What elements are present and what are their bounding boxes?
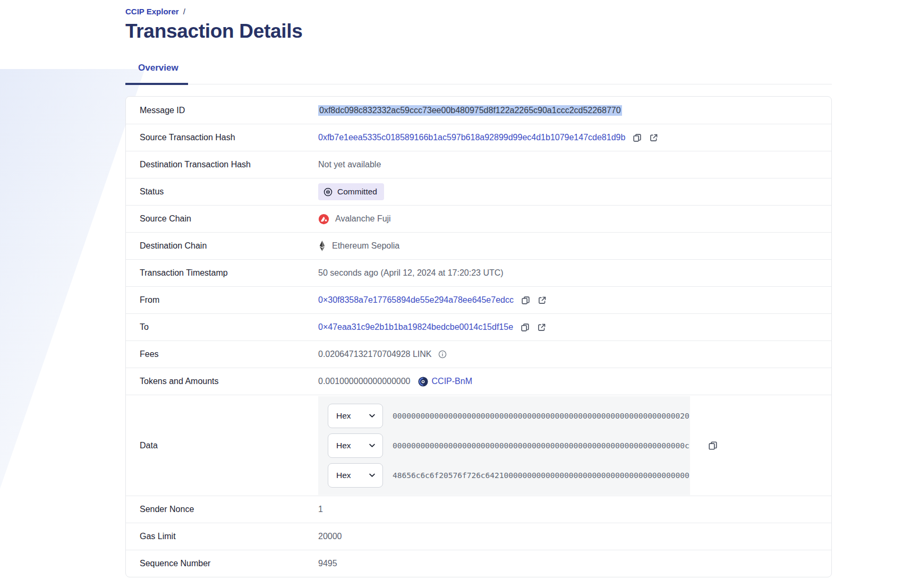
row-label: Source Transaction Hash [140, 133, 318, 142]
table-row-data: Data Hex 0000000000000000000000000000000… [126, 395, 831, 496]
row-label: Message ID [140, 106, 318, 115]
table-row-sender-nonce: Sender Nonce 1 [126, 496, 831, 523]
source-tx-hash-link[interactable]: 0xfb7e1eea5335c018589166b1ac597b618a9289… [318, 133, 625, 142]
data-line-3: Hex 48656c6c6f20576f726c6421000000000000… [328, 463, 690, 488]
hex-data-value: 48656c6c6f20576f726c64210000000000000000… [393, 471, 689, 480]
copy-icon[interactable] [521, 323, 530, 332]
data-line-2: Hex 000000000000000000000000000000000000… [328, 433, 690, 458]
table-row-message-id: Message ID 0xf8dc098c832332ac59ccc73ee00… [126, 97, 831, 124]
encoding-select[interactable]: Hex [328, 463, 383, 488]
row-label: From [140, 295, 318, 305]
copy-icon[interactable] [708, 441, 718, 450]
copy-icon[interactable] [633, 133, 642, 142]
external-link-icon[interactable] [538, 296, 547, 305]
ethereum-icon [318, 240, 326, 252]
encoding-select-value: Hex [336, 411, 351, 421]
gas-limit-value: 20000 [318, 532, 342, 541]
status-badge: Committed [318, 183, 384, 200]
message-id-value: 0xf8dc098c832332ac59ccc73ee00b480975d8f1… [318, 105, 622, 116]
sequence-number-value: 9495 [318, 559, 337, 568]
breadcrumb-ccip-explorer-link[interactable]: CCIP Explorer [125, 7, 179, 16]
row-label: Data [140, 441, 318, 450]
data-line-1: Hex 000000000000000000000000000000000000… [328, 404, 690, 428]
fees-value: 0.020647132170704928 LINK [318, 350, 432, 359]
from-address-link[interactable]: 0×30f8358a7e17765894de55e294a78ee645e7ed… [318, 295, 514, 305]
tab-overview[interactable]: Overview [125, 63, 191, 84]
page-title: Transaction Details [125, 20, 832, 42]
tab-bar: Overview [125, 63, 832, 84]
avalanche-icon [318, 214, 329, 225]
row-label: Sequence Number [140, 559, 318, 568]
table-row-dest-tx-hash: Destination Transaction Hash Not yet ava… [126, 151, 831, 178]
token-name-link[interactable]: CCIP-BnM [432, 377, 472, 386]
chevron-down-icon [369, 412, 376, 419]
table-row-tokens-amounts: Tokens and Amounts 0.001000000000000000 … [126, 368, 831, 395]
row-label: Sender Nonce [140, 505, 318, 514]
row-label: Status [140, 187, 318, 197]
tab-active-underline [125, 83, 188, 85]
table-row-dest-chain: Destination Chain Ethereum Sepolia [126, 232, 831, 259]
token-amount-value: 0.001000000000000000 [318, 377, 411, 386]
ccip-bnm-token-icon [418, 377, 428, 387]
hex-data-value: 0000000000000000000000000000000000000000… [393, 412, 689, 420]
row-label: Destination Transaction Hash [140, 160, 318, 169]
row-label: Destination Chain [140, 241, 318, 251]
hex-data-value: 0000000000000000000000000000000000000000… [393, 441, 689, 450]
page-container: CCIP Explorer / Transaction Details Over… [125, 0, 832, 577]
row-label: Transaction Timestamp [140, 268, 318, 278]
row-label: To [140, 322, 318, 332]
breadcrumb-separator: / [183, 7, 185, 16]
info-icon[interactable] [438, 350, 447, 359]
encoding-select[interactable]: Hex [328, 404, 383, 428]
copy-icon[interactable] [521, 296, 530, 305]
committed-status-icon [323, 188, 333, 197]
table-row-sequence-number: Sequence Number 9495 [126, 550, 831, 577]
data-hex-panel: Hex 000000000000000000000000000000000000… [318, 396, 690, 495]
row-label: Tokens and Amounts [140, 377, 318, 386]
transaction-details-card: Message ID 0xf8dc098c832332ac59ccc73ee00… [125, 96, 832, 577]
table-row-gas-limit: Gas Limit 20000 [126, 523, 831, 550]
external-link-icon[interactable] [537, 323, 546, 332]
chevron-down-icon [369, 472, 376, 479]
table-row-to: To 0×47eaa31c9e2b1b1ba19824bedcbe0014c15… [126, 313, 831, 340]
dest-tx-hash-value: Not yet available [318, 160, 381, 169]
chevron-down-icon [369, 442, 376, 449]
table-row-source-chain: Source Chain Avalanche Fuji [126, 205, 831, 232]
row-label: Gas Limit [140, 532, 318, 541]
encoding-select-value: Hex [336, 471, 351, 480]
dest-chain-name: Ethereum Sepolia [332, 241, 399, 251]
status-badge-label: Committed [337, 187, 377, 197]
table-row-source-tx-hash: Source Transaction Hash 0xfb7e1eea5335c0… [126, 124, 831, 151]
table-row-timestamp: Transaction Timestamp 50 seconds ago (Ap… [126, 259, 831, 286]
table-row-fees: Fees 0.020647132170704928 LINK [126, 340, 831, 368]
table-row-status: Status Committed [126, 178, 831, 205]
timestamp-value: 50 seconds ago (April 12, 2024 at 17:20:… [318, 268, 504, 278]
row-label: Source Chain [140, 214, 318, 224]
external-link-icon[interactable] [649, 133, 658, 142]
encoding-select-value: Hex [336, 441, 351, 450]
table-row-from: From 0×30f8358a7e17765894de55e294a78ee64… [126, 286, 831, 313]
encoding-select[interactable]: Hex [328, 433, 383, 458]
sender-nonce-value: 1 [318, 505, 323, 514]
row-label: Fees [140, 350, 318, 359]
breadcrumb: CCIP Explorer / [125, 0, 832, 16]
source-chain-name: Avalanche Fuji [335, 214, 391, 224]
to-address-link[interactable]: 0×47eaa31c9e2b1b1ba19824bedcbe0014c15df1… [318, 322, 513, 332]
